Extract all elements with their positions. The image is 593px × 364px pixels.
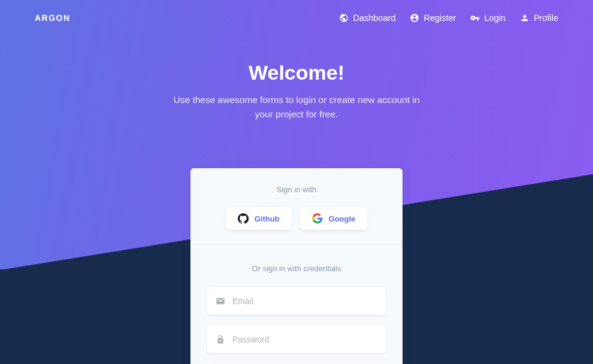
- signin-with-label: Sign in with: [205, 185, 388, 194]
- top-nav: ARGON Dashboard Register Login Profile: [0, 0, 593, 36]
- password-field[interactable]: [232, 326, 377, 353]
- google-button-label: Google: [329, 214, 356, 223]
- nav-profile-label: Profile: [534, 13, 558, 23]
- nav-profile[interactable]: Profile: [520, 13, 558, 23]
- nav-register-label: Register: [423, 13, 456, 23]
- nav-register[interactable]: Register: [410, 13, 456, 23]
- credentials-section: Or sign in with credentials Remember me: [190, 245, 403, 364]
- github-icon: [238, 213, 249, 224]
- globe-icon: [339, 13, 349, 23]
- google-button[interactable]: Google: [300, 207, 368, 230]
- nav-links: Dashboard Register Login Profile: [339, 13, 558, 23]
- nav-login[interactable]: Login: [470, 13, 505, 23]
- social-signin-section: Sign in with Github Google: [190, 168, 403, 245]
- nav-dashboard-label: Dashboard: [353, 13, 395, 23]
- nav-dashboard[interactable]: Dashboard: [339, 13, 395, 23]
- subtitle-line-2: your project for free.: [0, 107, 593, 122]
- page-subtitle: Use these awesome forms to login or crea…: [0, 93, 593, 122]
- key-icon: [470, 13, 480, 23]
- email-input-group[interactable]: [207, 287, 386, 315]
- lock-icon: [216, 335, 225, 344]
- person-icon: [520, 13, 530, 23]
- github-button-label: Github: [255, 214, 280, 223]
- email-field[interactable]: [232, 287, 377, 315]
- brand-logo[interactable]: ARGON: [35, 13, 71, 23]
- password-input-group[interactable]: [207, 326, 386, 353]
- email-icon: [216, 296, 225, 306]
- github-button[interactable]: Github: [226, 207, 292, 230]
- nav-login-label: Login: [484, 13, 505, 23]
- subtitle-line-1: Use these awesome forms to login or crea…: [0, 93, 593, 107]
- or-signin-label: Or sign in with credentials: [207, 264, 386, 273]
- user-circle-icon: [410, 13, 419, 23]
- hero-text: Welcome! Use these awesome forms to logi…: [0, 61, 593, 122]
- page-title: Welcome!: [0, 61, 593, 84]
- social-buttons: Github Google: [205, 207, 388, 230]
- login-card: Sign in with Github Google Or sign in wi…: [190, 168, 403, 364]
- google-icon: [312, 213, 323, 224]
